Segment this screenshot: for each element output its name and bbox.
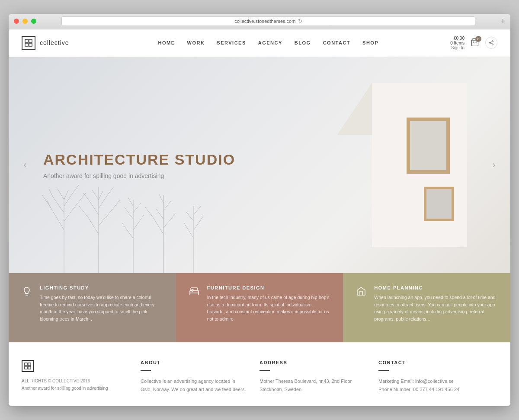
- card-title-furniture: FURNITURE DESIGN: [207, 285, 330, 290]
- footer-contact-email: Marketing Email: info@collective.se: [378, 379, 454, 384]
- sign-in-link[interactable]: Sign In: [451, 45, 465, 50]
- copyright-line2: Another award for spilling good in adver…: [22, 385, 128, 392]
- footer-address-text: Mother Theresa Boulevard, nr.43, 2nd Flo…: [260, 377, 365, 393]
- svg-rect-55: [28, 363, 31, 366]
- svg-line-23: [88, 217, 99, 234]
- address-bar[interactable]: collective.stonedthemes.com ↻: [61, 16, 475, 26]
- svg-point-6: [490, 42, 491, 44]
- svg-line-19: [73, 185, 79, 193]
- reload-icon[interactable]: ↻: [298, 18, 302, 24]
- svg-line-14: [64, 204, 77, 221]
- main-nav: HOME WORK SERVICES AGENCY BLOG CONTACT S…: [86, 40, 451, 45]
- maximize-dot[interactable]: [31, 19, 36, 24]
- nav-contact[interactable]: CONTACT: [323, 40, 350, 45]
- svg-rect-3: [29, 43, 32, 46]
- footer-col-about: ABOUT Collective is an advertising agenc…: [141, 360, 260, 393]
- footer-col-address: ADDRESS Mother Theresa Boulevard, nr.43,…: [260, 360, 378, 393]
- logo-icon: [22, 36, 35, 50]
- card-body-planning: HOME PLANNING When launching an app, you…: [374, 285, 497, 323]
- feature-card-planning[interactable]: HOME PLANNING When launching an app, you…: [343, 273, 510, 342]
- svg-line-48: [194, 216, 203, 230]
- svg-line-31: [92, 190, 99, 200]
- building-illustration: [337, 83, 467, 247]
- logo-text: collective: [40, 39, 69, 46]
- nav-shop[interactable]: SHOP: [362, 40, 378, 45]
- svg-line-21: [64, 190, 68, 200]
- svg-line-45: [159, 194, 163, 203]
- minimize-dot[interactable]: [22, 19, 28, 24]
- hero-content: ARCHITECTURE STUDIO Another award for sp…: [43, 151, 235, 179]
- svg-line-47: [184, 223, 194, 239]
- svg-line-42: [163, 213, 176, 228]
- cart-items-count: 0 Items: [450, 41, 465, 45]
- close-dot[interactable]: [14, 19, 19, 24]
- logo-area[interactable]: collective: [22, 36, 69, 50]
- svg-line-50: [194, 206, 201, 215]
- site-header: collective HOME WORK SERVICES AGENCY BLO…: [9, 29, 510, 57]
- nav-agency[interactable]: AGENCY: [258, 40, 282, 45]
- cart-price: €0.00: [454, 36, 465, 41]
- svg-line-35: [133, 215, 144, 230]
- hero-title: ARCHITECTURE STUDIO: [43, 151, 235, 168]
- bed-icon: [189, 286, 199, 299]
- slider-prev-button[interactable]: ‹: [17, 157, 33, 173]
- cart-badge: 0: [475, 36, 481, 42]
- svg-line-37: [133, 203, 141, 213]
- share-button[interactable]: [485, 37, 497, 49]
- svg-line-43: [156, 208, 163, 219]
- feature-card-lighting[interactable]: LIGHTING STUDY Time goes by fast, so tod…: [9, 273, 176, 342]
- footer-contact-phone: Phone Number: 00 377 44 191 456 24: [378, 387, 459, 392]
- svg-line-16: [53, 197, 64, 213]
- home-icon: [356, 286, 366, 299]
- slider-next-button[interactable]: ›: [486, 157, 502, 173]
- footer-logo-icon: [22, 360, 34, 372]
- nav-blog[interactable]: BLOG: [295, 40, 311, 45]
- footer-address-divider: [260, 370, 270, 371]
- footer-logo: [22, 360, 128, 372]
- card-body-furniture: FURNITURE DESIGN In the tech industry, m…: [207, 285, 330, 323]
- browser-titlebar: collective.stonedthemes.com ↻ +: [9, 14, 510, 29]
- building-window-small: [424, 187, 454, 221]
- svg-line-24: [79, 206, 88, 217]
- svg-line-30: [107, 187, 114, 195]
- cart-button[interactable]: 0: [471, 38, 479, 48]
- svg-line-18: [64, 193, 73, 206]
- svg-rect-0: [25, 39, 28, 42]
- footer-contact-text: Marketing Email: info@collective.se Phon…: [378, 377, 484, 393]
- hero-slider: ARCHITECTURE STUDIO Another award for sp…: [9, 57, 510, 273]
- nav-services[interactable]: SERVICES: [217, 40, 246, 45]
- svg-line-17: [49, 189, 53, 197]
- new-tab-button[interactable]: +: [500, 17, 505, 25]
- svg-rect-56: [25, 366, 27, 369]
- website: collective HOME WORK SERVICES AGENCY BLO…: [9, 29, 510, 406]
- svg-line-20: [58, 189, 64, 200]
- browser-window: collective.stonedthemes.com ↻ + collecti…: [9, 14, 510, 406]
- copyright-line1: ALL RIGHTS © COLLECTIVE 2016: [22, 377, 128, 385]
- footer-contact-heading: CONTACT: [378, 360, 484, 365]
- card-body-lighting: LIGHTING STUDY Time goes by fast, so tod…: [40, 285, 163, 323]
- svg-line-25: [99, 210, 112, 226]
- hero-subtitle: Another award for spilling good in adver…: [43, 172, 235, 179]
- feature-card-furniture[interactable]: FURNITURE DESIGN In the tech industry, m…: [176, 273, 343, 342]
- svg-rect-1: [29, 39, 32, 42]
- feature-cards-section: LIGHTING STUDY Time goes by fast, so tod…: [9, 273, 510, 342]
- svg-rect-54: [25, 363, 27, 366]
- svg-line-9: [490, 42, 492, 43]
- svg-rect-2: [25, 43, 28, 46]
- card-text-furniture: In the tech industry, many of us came of…: [207, 294, 330, 323]
- svg-point-7: [492, 44, 493, 45]
- site-footer: ALL RIGHTS © COLLECTIVE 2016 Another awa…: [9, 342, 510, 406]
- svg-line-28: [83, 193, 90, 202]
- card-text-planning: When launching an app, you need to spend…: [374, 294, 497, 323]
- nav-work[interactable]: WORK: [187, 40, 205, 45]
- svg-line-13: [47, 200, 51, 208]
- footer-col-contact: CONTACT Marketing Email: info@collective…: [378, 360, 497, 393]
- svg-line-41: [145, 207, 153, 217]
- nav-home[interactable]: HOME: [158, 40, 175, 45]
- svg-rect-57: [28, 366, 31, 369]
- footer-address-heading: ADDRESS: [260, 360, 365, 365]
- footer-about-text: Collective is an advertising agency loca…: [141, 377, 247, 393]
- card-title-planning: HOME PLANNING: [374, 285, 497, 290]
- header-right: €0.00 0 Items Sign In 0: [450, 36, 497, 50]
- svg-line-44: [163, 200, 171, 210]
